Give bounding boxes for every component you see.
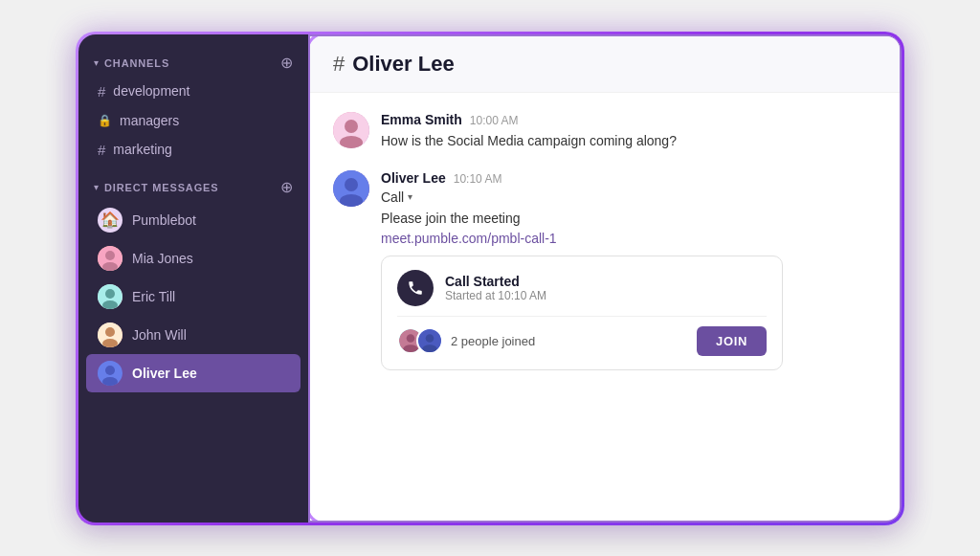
dm-name-pumblebot: Pumblebot xyxy=(132,212,196,228)
channel-name-managers: managers xyxy=(120,113,179,128)
channel-name-development: development xyxy=(113,83,189,99)
msg-time-emma: 10:00 AM xyxy=(470,114,519,127)
dm-name-eric: Eric Till xyxy=(132,289,175,304)
call-dropdown-icon[interactable]: ▾ xyxy=(408,191,412,202)
hash-icon: # xyxy=(98,83,105,100)
chat-header: # Oliver Lee xyxy=(310,36,900,93)
join-button[interactable]: JOIN xyxy=(697,326,767,356)
channels-header-left: ▾ CHANNELS xyxy=(94,57,169,69)
svg-point-20 xyxy=(403,345,417,353)
app-container: ▾ CHANNELS ⊕ # development 🔒 managers # … xyxy=(78,34,902,523)
chat-title: Oliver Lee xyxy=(352,52,454,77)
svg-point-4 xyxy=(105,289,115,299)
avatar-pumblebot: 🏠 xyxy=(98,208,122,233)
dm-label: DIRECT MESSAGES xyxy=(104,182,219,193)
call-text: Call xyxy=(381,189,404,205)
people-joined: 2 people joined xyxy=(397,327,535,354)
sidebar-item-managers[interactable]: 🔒 managers xyxy=(78,106,308,135)
dm-add-icon[interactable]: ⊕ xyxy=(280,180,293,195)
phone-icon xyxy=(407,279,424,297)
sidebar: ▾ CHANNELS ⊕ # development 🔒 managers # … xyxy=(78,34,308,523)
dm-section-header[interactable]: ▾ DIRECT MESSAGES ⊕ xyxy=(78,174,308,201)
svg-point-19 xyxy=(407,334,415,343)
message-content-oliver: Oliver Lee 10:10 AM Call ▾ Please join t… xyxy=(381,170,877,370)
channel-name-marketing: marketing xyxy=(113,142,171,157)
call-started-label: Call Started xyxy=(445,274,546,289)
avatar-mia xyxy=(98,246,122,271)
app-outer-glow: ▾ CHANNELS ⊕ # development 🔒 managers # … xyxy=(76,32,904,525)
msg-author-emma: Emma Smith xyxy=(381,112,462,127)
svg-point-7 xyxy=(105,327,115,337)
avatar-eric xyxy=(98,284,122,309)
svg-point-13 xyxy=(345,120,358,133)
msg-meet-text: Please join the meeting xyxy=(381,209,877,229)
msg-time-oliver: 10:10 AM xyxy=(454,172,502,186)
sidebar-item-mia[interactable]: Mia Jones xyxy=(78,239,308,278)
dm-name-oliver: Oliver Lee xyxy=(132,366,197,381)
dm-name-mia: Mia Jones xyxy=(132,251,193,266)
message-meta-oliver: Oliver Lee 10:10 AM xyxy=(381,170,877,186)
call-card-footer: 2 people joined JOIN xyxy=(397,316,767,356)
sidebar-item-john[interactable]: John Will xyxy=(78,316,308,354)
message-content-emma: Emma Smith 10:00 AM How is the Social Me… xyxy=(381,112,877,151)
avatar-oliver-sidebar xyxy=(98,361,122,386)
svg-point-1 xyxy=(105,251,115,260)
sidebar-item-pumblebot[interactable]: 🏠 Pumblebot xyxy=(78,201,308,239)
svg-point-22 xyxy=(426,334,434,343)
call-label: Call ▾ xyxy=(381,189,877,205)
svg-point-10 xyxy=(105,366,115,375)
lock-icon: 🔒 xyxy=(98,114,112,127)
dm-name-john: John Will xyxy=(132,327,187,343)
sidebar-item-development[interactable]: # development xyxy=(78,77,308,106)
avatar-oliver-msg xyxy=(333,170,369,207)
msg-text-emma: How is the Social Media campaign coming … xyxy=(381,131,877,151)
dm-header-left: ▾ DIRECT MESSAGES xyxy=(94,182,219,193)
sidebar-item-eric[interactable]: Eric Till xyxy=(78,278,308,316)
msg-author-oliver: Oliver Lee xyxy=(381,170,446,186)
meet-link[interactable]: meet.pumble.com/pmbl-call-1 xyxy=(381,231,877,246)
dm-chevron-icon: ▾ xyxy=(94,182,99,192)
chat-hash-icon: # xyxy=(333,52,345,77)
phone-icon-circle xyxy=(397,270,434,306)
messages-area: Emma Smith 10:00 AM How is the Social Me… xyxy=(310,93,900,521)
joined-avatar-2 xyxy=(416,327,443,354)
call-started-time: Started at 10:10 AM xyxy=(445,289,546,302)
main-chat-area: # Oliver Lee Emma Sm xyxy=(308,34,902,523)
channels-section-header[interactable]: ▾ CHANNELS ⊕ xyxy=(78,50,308,77)
call-card: Call Started Started at 10:10 AM xyxy=(381,256,783,370)
call-card-header: Call Started Started at 10:10 AM xyxy=(397,270,767,306)
joined-avatars xyxy=(397,327,443,354)
message-row-oliver: Oliver Lee 10:10 AM Call ▾ Please join t… xyxy=(333,170,877,370)
avatar-emma xyxy=(333,112,369,148)
sidebar-item-marketing[interactable]: # marketing xyxy=(78,135,308,165)
channels-chevron-icon: ▾ xyxy=(94,57,99,68)
channels-label: CHANNELS xyxy=(104,57,169,69)
svg-point-16 xyxy=(345,178,358,191)
sidebar-item-oliver[interactable]: Oliver Lee xyxy=(86,354,301,392)
call-card-info: Call Started Started at 10:10 AM xyxy=(445,274,546,302)
avatar-john xyxy=(98,322,122,347)
hash-icon-marketing: # xyxy=(98,142,105,158)
channels-add-icon[interactable]: ⊕ xyxy=(280,56,293,71)
message-meta-emma: Emma Smith 10:00 AM xyxy=(381,112,877,127)
message-row-emma: Emma Smith 10:00 AM How is the Social Me… xyxy=(333,112,877,151)
svg-point-23 xyxy=(422,345,436,353)
joined-count: 2 people joined xyxy=(451,334,535,348)
